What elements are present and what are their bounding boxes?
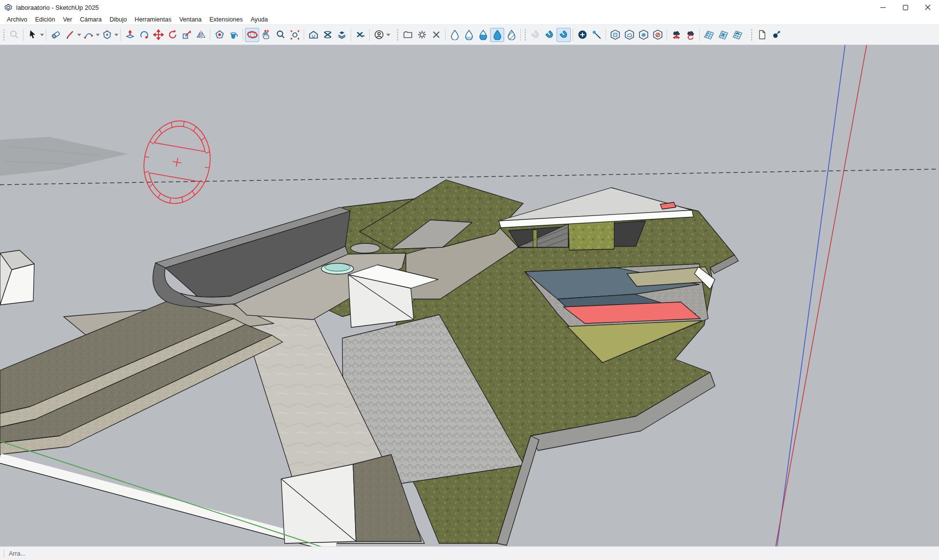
add-circle-button[interactable]	[575, 28, 589, 42]
chevron-down-icon	[77, 34, 81, 36]
push-pull-tool-button[interactable]	[123, 28, 137, 42]
maximize-button[interactable]	[894, 0, 917, 15]
orbit-icon	[247, 29, 258, 40]
menu-extensiones[interactable]: Extensiones	[205, 15, 246, 24]
follow-me-tool-button[interactable]	[137, 28, 151, 42]
sketchup-logo-icon	[4, 3, 13, 12]
eraser-tool-button[interactable]	[48, 28, 63, 42]
shapes-tool-button[interactable]	[100, 28, 114, 42]
orbit-tool-button[interactable]	[245, 28, 259, 42]
droplet-half-icon	[478, 29, 489, 40]
chevron-down-icon	[386, 34, 390, 36]
minimize-button[interactable]	[872, 0, 894, 15]
menu-ventana[interactable]: Ventana	[175, 15, 205, 24]
pan-hand-icon	[261, 29, 272, 40]
point-add-button[interactable]	[769, 28, 783, 42]
folder-button[interactable]	[401, 28, 415, 42]
cloud-move-button[interactable]	[669, 28, 683, 42]
blue-axis-line	[777, 45, 845, 546]
new-page-button[interactable]	[755, 28, 769, 42]
menu-ayuda[interactable]: Ayuda	[246, 15, 271, 24]
extension-warehouse-icon	[355, 29, 366, 40]
magnet-button[interactable]	[542, 28, 557, 42]
extension-warehouse-button[interactable]	[353, 28, 367, 42]
arc-dropdown[interactable]	[95, 28, 100, 42]
paint-bucket-tool-button[interactable]	[226, 28, 241, 42]
sign-in-button[interactable]	[372, 28, 386, 42]
chevron-down-icon	[114, 34, 118, 36]
cloud-rotate-button[interactable]	[683, 28, 697, 42]
droplet-full-button[interactable]	[490, 28, 504, 42]
droplet-full-icon	[492, 29, 503, 40]
push-pull-icon	[125, 29, 135, 40]
box-none-button[interactable]	[650, 28, 665, 42]
droplet-low-button[interactable]	[462, 28, 476, 42]
share-model-button[interactable]	[320, 28, 335, 42]
terrain-grid-1-button[interactable]	[702, 28, 716, 42]
account-icon	[374, 29, 384, 40]
3d-warehouse-button[interactable]	[306, 28, 320, 42]
box-cloud-button[interactable]	[622, 28, 636, 42]
viewport-canvas[interactable]	[0, 45, 939, 546]
menu-ver[interactable]: Ver	[59, 15, 76, 24]
toolbar-drag-handle[interactable]	[397, 29, 399, 41]
droplet-hatched-button[interactable]	[504, 28, 518, 42]
menu-edicion[interactable]: Edición	[31, 15, 59, 24]
rotate-protractor-cursor	[137, 116, 216, 209]
share-component-button[interactable]	[335, 28, 349, 42]
leader-line-button[interactable]	[589, 28, 604, 42]
flip-tool-button[interactable]	[194, 28, 208, 42]
terrain-grid-3-button[interactable]	[730, 28, 744, 42]
shapes-dropdown[interactable]	[114, 28, 118, 42]
magnet-selected-button[interactable]	[557, 28, 571, 42]
add-circle-icon	[577, 29, 588, 40]
leader-line-icon	[591, 29, 602, 40]
box-sphere-button[interactable]	[636, 28, 650, 42]
terrain-grid-2-button[interactable]	[716, 28, 730, 42]
droplet-hatched-icon	[506, 29, 517, 40]
shapes-icon	[102, 29, 112, 40]
menu-camara[interactable]: Cámara	[76, 15, 105, 24]
settings-button[interactable]	[415, 28, 429, 42]
scale-icon	[181, 29, 192, 40]
magnet-icon	[544, 29, 555, 40]
zoom-extents-icon	[290, 29, 300, 40]
terrain-model	[0, 180, 738, 546]
select-dropdown[interactable]	[40, 28, 44, 42]
close-icon	[925, 4, 931, 10]
droplet-half-button[interactable]	[476, 28, 490, 42]
toolbar-drag-handle[interactable]	[3, 29, 5, 41]
toolbar-drag-handle[interactable]	[751, 29, 753, 41]
droplet-outline-button[interactable]	[447, 28, 462, 42]
arc-tool-button[interactable]	[81, 28, 95, 42]
close-button[interactable]	[917, 0, 939, 15]
menu-herramientas[interactable]: Herramientas	[131, 15, 175, 24]
move-tool-button[interactable]	[151, 28, 165, 42]
menu-dibujo[interactable]: Dibujo	[106, 15, 131, 24]
select-tool-button[interactable]	[25, 28, 40, 42]
share-component-icon	[336, 29, 347, 40]
zoom-extents-button[interactable]	[288, 28, 302, 42]
toolbar-drag-handle[interactable]	[524, 29, 527, 41]
terrain-grid-icon	[718, 29, 729, 40]
search-tool-button[interactable]	[7, 28, 21, 42]
folder-icon	[402, 29, 413, 40]
status-message: Arra...	[9, 550, 25, 557]
menu-archivo[interactable]: Archivo	[3, 15, 31, 24]
3d-viewport[interactable]	[0, 45, 939, 546]
point-add-icon	[771, 29, 782, 40]
close-x-icon	[431, 29, 442, 40]
pan-tool-button[interactable]	[259, 28, 273, 42]
zoom-tool-button[interactable]	[273, 28, 288, 42]
line-dropdown[interactable]	[77, 28, 81, 42]
eraser-icon	[50, 29, 61, 40]
rotate-tool-button[interactable]	[165, 28, 179, 42]
box-none-icon	[652, 29, 663, 40]
box-square-button[interactable]	[608, 28, 622, 42]
line-tool-button[interactable]	[63, 28, 77, 42]
offset-tool-button[interactable]	[212, 28, 226, 42]
magnet-disabled-button[interactable]	[528, 28, 542, 42]
scale-tool-button[interactable]	[179, 28, 194, 42]
sign-in-dropdown[interactable]	[386, 28, 390, 42]
delete-button[interactable]	[429, 28, 443, 42]
